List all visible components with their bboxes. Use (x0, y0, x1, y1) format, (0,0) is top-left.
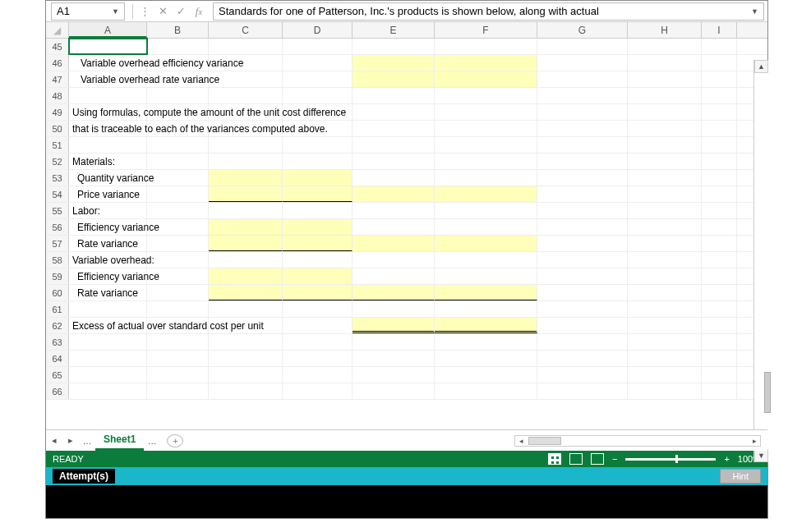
cell[interactable] (209, 203, 283, 218)
cell[interactable] (283, 285, 353, 300)
cell[interactable] (353, 301, 435, 317)
cell[interactable] (537, 121, 628, 136)
cell[interactable] (702, 268, 737, 284)
cell-a47[interactable]: Variable overhead rate variance (69, 71, 147, 87)
cell-a55[interactable]: Labor: (69, 203, 147, 218)
col-header-g[interactable]: G (537, 22, 628, 38)
cell[interactable] (353, 154, 435, 169)
col-header-a[interactable]: A (69, 22, 147, 38)
tab-options-icon[interactable]: … (144, 436, 160, 446)
cell[interactable] (209, 334, 283, 350)
cell[interactable] (537, 219, 628, 235)
row-header[interactable]: 50 (46, 121, 69, 136)
cell[interactable] (628, 170, 702, 186)
row-header[interactable]: 66 (46, 383, 69, 399)
cell[interactable] (435, 367, 537, 383)
cell[interactable] (628, 137, 702, 153)
cell[interactable] (353, 203, 435, 218)
cell[interactable] (283, 137, 353, 153)
row-header[interactable]: 51 (46, 137, 69, 153)
cell[interactable] (353, 186, 435, 202)
zoom-slider[interactable] (625, 458, 716, 461)
cell[interactable] (628, 301, 702, 317)
cell[interactable] (435, 334, 537, 350)
cell[interactable] (702, 318, 737, 333)
cell-a56[interactable]: Efficiency variance (69, 219, 147, 235)
cell[interactable] (283, 301, 353, 317)
tab-prev-icon[interactable]: ◂ (46, 435, 62, 446)
row-header[interactable]: 54 (46, 186, 69, 202)
cell[interactable] (353, 268, 435, 284)
chevron-down-icon[interactable]: ▼ (751, 7, 758, 16)
cell[interactable] (283, 367, 353, 383)
cell[interactable] (283, 219, 353, 235)
cell[interactable] (283, 334, 353, 350)
cell[interactable] (353, 104, 435, 120)
col-header-d[interactable]: D (283, 22, 353, 38)
cell[interactable] (702, 137, 737, 153)
cell[interactable] (435, 71, 537, 87)
tab-more-icon[interactable]: … (79, 436, 95, 446)
cell[interactable] (283, 318, 353, 333)
cell[interactable] (209, 367, 283, 383)
cell[interactable] (353, 121, 435, 136)
cell[interactable] (628, 383, 702, 399)
cell[interactable] (209, 285, 283, 300)
cell-a59[interactable]: Efficiency variance (69, 268, 147, 284)
normal-view-icon[interactable] (548, 453, 561, 465)
cell[interactable] (147, 203, 209, 218)
cell[interactable] (209, 170, 283, 186)
vertical-scrollbar[interactable]: ▲ ▼ (753, 60, 768, 462)
cell-a46[interactable]: Variable overhead efficiency variance (69, 55, 147, 71)
cell[interactable] (702, 252, 737, 268)
cell[interactable] (628, 39, 702, 54)
cell[interactable] (435, 219, 537, 235)
cell[interactable] (702, 383, 737, 399)
cell[interactable] (283, 71, 353, 87)
cell[interactable] (353, 39, 435, 54)
cell[interactable] (283, 55, 353, 71)
row-header[interactable]: 61 (46, 301, 69, 317)
cell[interactable] (353, 318, 435, 333)
cell[interactable] (147, 334, 209, 350)
col-header-b[interactable]: B (147, 22, 209, 38)
cell[interactable] (353, 137, 435, 153)
row-header[interactable]: 59 (46, 268, 69, 284)
row-header[interactable]: 55 (46, 203, 69, 218)
cell[interactable] (628, 88, 702, 103)
scroll-left-icon[interactable]: ◂ (515, 436, 527, 446)
cell[interactable] (147, 154, 209, 169)
cell-a45[interactable] (69, 39, 147, 54)
cell[interactable] (435, 252, 537, 268)
cell[interactable] (209, 71, 283, 87)
row-header[interactable]: 60 (46, 285, 69, 300)
cell[interactable] (353, 334, 435, 350)
cell[interactable] (628, 104, 702, 120)
cancel-icon[interactable]: ✕ (154, 2, 172, 21)
scroll-thumb[interactable] (764, 372, 771, 413)
cell[interactable] (283, 383, 353, 399)
cell[interactable] (353, 285, 435, 300)
cell[interactable] (435, 318, 537, 333)
cell-a53[interactable]: Quantity variance (69, 170, 147, 186)
row-header[interactable]: 53 (46, 170, 69, 186)
row-header[interactable]: 65 (46, 367, 69, 383)
cell[interactable] (702, 88, 737, 103)
cell[interactable] (628, 219, 702, 235)
cell[interactable] (702, 367, 737, 383)
cell[interactable] (702, 334, 737, 350)
cell[interactable] (209, 301, 283, 317)
cell[interactable] (69, 351, 147, 366)
cell[interactable] (702, 39, 737, 54)
cell[interactable] (69, 367, 147, 383)
cell[interactable] (628, 268, 702, 284)
cell-a49[interactable]: Using formulas, compute the amount of th… (69, 104, 147, 120)
cell[interactable] (702, 121, 737, 136)
cell[interactable] (628, 351, 702, 366)
cell[interactable] (435, 104, 537, 120)
cell[interactable] (537, 285, 628, 300)
row-header[interactable]: 58 (46, 252, 69, 268)
cell[interactable] (537, 39, 628, 54)
cell[interactable] (537, 236, 628, 251)
cell[interactable] (147, 88, 209, 103)
